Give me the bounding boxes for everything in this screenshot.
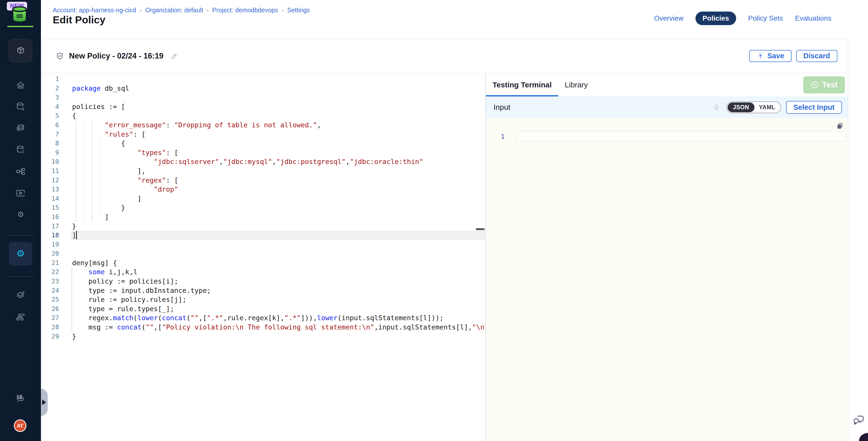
line-number: 9 [42, 148, 59, 157]
code-line[interactable]: 9 "types": [ [42, 148, 485, 157]
header-tabs: OverviewPoliciesPolicy SetsEvaluations [654, 11, 831, 25]
line-number: 3 [42, 93, 59, 102]
sidebar-item-gear-icon[interactable]: ⚙ [15, 209, 26, 220]
sidebar-item-settings-active[interactable]: ⚙ [9, 242, 32, 265]
code-text: "types": [ [72, 148, 178, 157]
code-line[interactable]: 3 [42, 93, 485, 102]
sidebar-item-layers-gear-icon[interactable]: ⚙ [15, 290, 26, 301]
sidebar-divider [7, 235, 33, 235]
code-line[interactable]: 26 type = rule.types[_]; [42, 304, 485, 314]
code-line[interactable]: 7 "rules": [ [42, 130, 485, 139]
tab-evaluations[interactable]: Evaluations [795, 14, 831, 22]
settings-gear-icon: ⚙ [15, 248, 26, 260]
play-circle-icon [810, 81, 819, 89]
code-line[interactable]: 8 { [42, 139, 485, 148]
code-line[interactable]: 20 [42, 249, 485, 258]
code-line[interactable]: 19 [42, 240, 485, 249]
format-option-json[interactable]: JSON [727, 102, 754, 112]
code-line[interactable]: 17} [42, 222, 485, 231]
sidebar-item-pipeline-icon[interactable] [15, 166, 26, 177]
line-number: 18 [42, 231, 59, 240]
chat-bubbles-icon[interactable] [852, 413, 866, 427]
code-line[interactable]: 22 some i,j,k,l [42, 267, 485, 277]
tab-policies[interactable]: Policies [695, 11, 736, 25]
panel-tab-testing-terminal[interactable]: Testing Terminal [486, 73, 558, 96]
breadcrumb-link[interactable]: Settings [287, 6, 310, 14]
policy-name: New Policy - 02/24 - 16:19 [69, 52, 163, 61]
line-number: 12 [42, 176, 59, 185]
sidebar-expand-handle[interactable] [41, 389, 48, 416]
select-input-button[interactable]: Select Input [786, 101, 842, 114]
code-diamond-icon [712, 102, 721, 112]
code-line[interactable]: 15 } [42, 203, 485, 213]
code-line[interactable]: 2package db_sql [42, 84, 485, 93]
line-number: 11 [42, 166, 59, 176]
code-line[interactable]: 25 rule := policy.rules[j]; [42, 295, 485, 304]
code-line[interactable]: 27 regex.match(lower(concat("",[".*",rul… [42, 313, 485, 323]
tab-overview[interactable]: Overview [654, 14, 683, 22]
code-line[interactable]: 13 "drop" [42, 185, 485, 194]
chat-widget-corner[interactable] [859, 433, 868, 441]
code-line[interactable]: 16 ] [42, 213, 485, 222]
code-line[interactable]: 5{ [42, 111, 485, 121]
breadcrumb-link[interactable]: Account: app-harness-ng-cicd [53, 6, 136, 14]
code-editor[interactable]: 12package db_sql34policies := [5{6 "erro… [42, 73, 485, 441]
save-button[interactable]: Save [749, 50, 792, 62]
code-line[interactable]: 18] [42, 231, 485, 240]
sidebar-module-selector[interactable] [9, 39, 32, 62]
code-line[interactable]: 29} [42, 332, 485, 341]
line-number: 26 [42, 304, 59, 314]
line-number: 25 [42, 295, 59, 304]
sidebar-item-executions-icon[interactable] [15, 188, 26, 199]
input-editor[interactable]: 1 [486, 118, 848, 441]
code-line[interactable]: 6 "error_message": "Dropping of table is… [42, 121, 485, 130]
line-number: 28 [42, 323, 59, 332]
tab-policy-sets[interactable]: Policy Sets [748, 14, 783, 22]
line-number: 19 [42, 240, 59, 249]
line-number: 20 [42, 249, 59, 258]
line-number: 8 [42, 139, 59, 148]
pencil-icon[interactable] [170, 52, 178, 60]
line-number: 24 [42, 286, 59, 295]
panel-tab-library[interactable]: Library [558, 73, 594, 96]
harness-dbops-logo-icon[interactable]: ∞ [10, 6, 29, 22]
code-text: msg := concat("",["Policy violation:\n T… [72, 323, 485, 332]
avatar[interactable]: AT [14, 419, 26, 432]
code-line[interactable]: 1 [42, 74, 485, 84]
sidebar-item-database-gear-icon[interactable]: ⚙ [15, 101, 26, 112]
line-number: 4 [42, 102, 59, 112]
code-line[interactable]: 11 ], [42, 166, 485, 176]
test-button[interactable]: Test [803, 76, 845, 93]
code-line[interactable]: 12 "regex": [ [42, 176, 485, 185]
svg-text:⚙: ⚙ [16, 248, 25, 259]
svg-text:⚙: ⚙ [21, 290, 25, 295]
discard-button[interactable]: Discard [796, 50, 837, 62]
code-text: ] [72, 194, 142, 203]
copy-icon[interactable] [835, 122, 844, 131]
sidebar-item-database-stack-icon[interactable] [15, 123, 26, 134]
cube-icon [16, 46, 26, 56]
breadcrumb-link[interactable]: Organization: default [145, 6, 203, 14]
input-active-line[interactable] [517, 131, 846, 141]
sidebar-item-home-icon[interactable] [15, 80, 26, 91]
code-line[interactable]: 10 "jdbc:sqlserver","jdbc:mysql","jdbc:p… [42, 157, 485, 166]
code-line[interactable]: 24 type := input.dbInstance.type; [42, 286, 485, 295]
code-line[interactable]: 28 msg := concat("",["Policy violation:\… [42, 323, 485, 332]
svg-text:⚙: ⚙ [21, 107, 24, 111]
sidebar-item-network-gear-icon[interactable]: ⚙ [15, 311, 26, 322]
panel-tabs: Testing TerminalLibrary Test [486, 73, 848, 96]
breadcrumb-separator: › [140, 7, 142, 14]
brand-divider [7, 26, 33, 27]
code-text: "drop" [72, 185, 178, 194]
format-option-yaml[interactable]: YAML [754, 102, 780, 112]
policy-header: New Policy - 02/24 - 16:19 Save Discard [42, 39, 848, 73]
breadcrumb-link[interactable]: Project: demodbdevops [212, 6, 278, 14]
code-text: deny[msg] { [72, 258, 117, 268]
help-chat-icon[interactable]: ? [14, 392, 27, 405]
code-line[interactable]: 23 policy := policies[i]; [42, 277, 485, 286]
code-line[interactable]: 21deny[msg] { [42, 258, 485, 268]
code-editor-lines: 12package db_sql34policies := [5{6 "erro… [42, 74, 485, 341]
sidebar-item-database-instances-icon[interactable] [15, 145, 26, 155]
code-line[interactable]: 14 ] [42, 194, 485, 203]
code-line[interactable]: 4policies := [ [42, 102, 485, 112]
